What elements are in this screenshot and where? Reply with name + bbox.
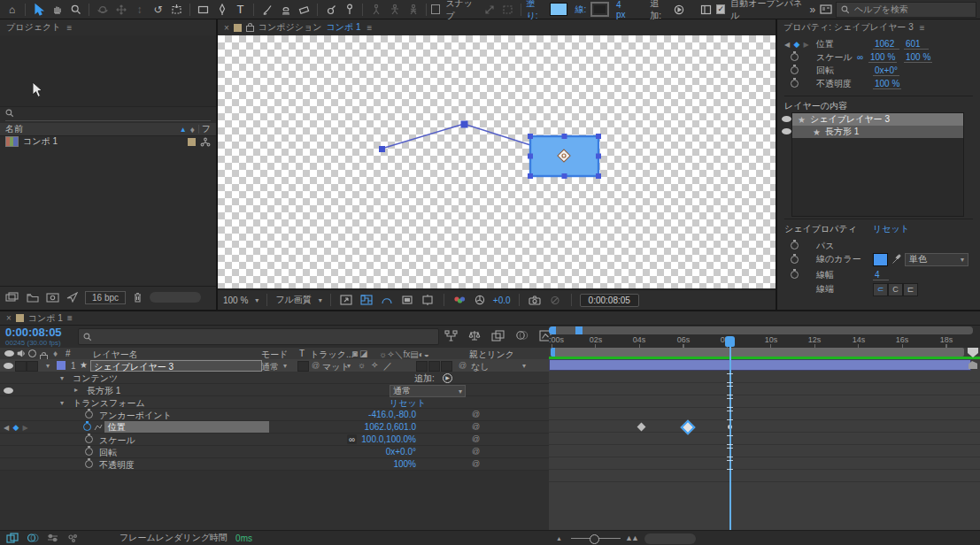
label-column-icon[interactable]: ♦ <box>190 125 195 134</box>
toolbar-overflow-icon[interactable]: » <box>809 4 815 16</box>
matte-pickwhip-icon[interactable]: @ <box>312 361 320 370</box>
keyframe-nav[interactable]: ◀ ◆ ▶ <box>784 40 810 49</box>
solo-toggle[interactable] <box>27 361 38 372</box>
group-expander[interactable]: ▾ <box>60 374 64 382</box>
expression-pickwhip-icon[interactable]: @ <box>472 447 480 456</box>
rotation-label[interactable]: 回転 <box>816 65 834 77</box>
transparency-grid-icon[interactable] <box>359 294 374 306</box>
parent-pickwhip-icon[interactable]: @ <box>459 361 467 370</box>
snap-expand-icon[interactable] <box>481 2 498 18</box>
position-y-value[interactable]: 601 <box>904 39 929 50</box>
dolly-camera-tool[interactable]: ↕ <box>131 2 148 18</box>
cap-round-button[interactable]: ⊂ <box>873 283 888 296</box>
reset-link[interactable]: リセット <box>390 397 426 410</box>
cap-projecting-button[interactable]: ⊏ <box>903 283 918 296</box>
current-time-display[interactable]: 0:00:08:05 <box>5 326 62 339</box>
panel-layout-icon[interactable] <box>698 2 714 18</box>
snap-checkbox[interactable] <box>431 4 440 14</box>
mask-visibility-icon[interactable] <box>380 294 395 306</box>
stroke-width-label[interactable]: 線幅 <box>816 269 834 281</box>
transform-group-row[interactable]: ▾ トランスフォーム リセット <box>0 396 549 409</box>
viewer-panel-menu-icon[interactable]: ≡ <box>367 23 373 33</box>
project-tab[interactable]: プロジェクト <box>6 21 60 34</box>
effect-toggle[interactable] <box>416 361 428 372</box>
collapse-transformations-icon[interactable]: ☼ <box>358 360 366 370</box>
opacity-value[interactable]: 100 % <box>873 79 901 89</box>
stroke-color-label[interactable]: 線のカラー <box>816 253 861 265</box>
audio-toggle[interactable] <box>15 361 27 372</box>
audio-column-icon[interactable] <box>17 349 26 357</box>
stroke-color-swatch[interactable] <box>873 253 888 266</box>
matte-swatch[interactable] <box>297 361 309 372</box>
hand-tool[interactable] <box>49 2 66 18</box>
stroke-color-swatch[interactable] <box>590 2 609 17</box>
graph-toggle-icon[interactable] <box>94 423 103 432</box>
frame-blending-icon[interactable] <box>491 330 505 342</box>
property-value[interactable]: 100.0,100.0% <box>292 434 416 444</box>
timeline-zoom-slider-knob[interactable] <box>590 534 599 544</box>
track-matte-t-header[interactable]: T <box>299 349 305 358</box>
expression-pickwhip-icon[interactable]: @ <box>472 410 480 418</box>
exposure-value[interactable]: +0.0 <box>493 296 511 305</box>
project-list-header[interactable]: 名前 ▲ ♦ フ <box>0 123 216 136</box>
layer-row[interactable]: ▾ 1 ★ シェイプレイヤー 3 通常 ▾ @ マット ▾ ☼ ✧ ／ @ なし… <box>0 359 549 372</box>
scale-label[interactable]: スケール <box>816 51 853 64</box>
trash-icon[interactable] <box>133 292 143 303</box>
zoom-out-mountain-icon[interactable]: ▲ <box>556 535 562 541</box>
rotation-value[interactable]: 0x+0° <box>873 65 899 76</box>
quality-icon[interactable]: ／ <box>383 360 392 372</box>
sort-arrow-icon[interactable]: ▲ <box>180 126 187 134</box>
line-cap-label[interactable]: 線端 <box>816 283 834 296</box>
eye-column-icon[interactable] <box>4 350 14 357</box>
new-folder-icon[interactable] <box>27 293 39 303</box>
composition-viewport[interactable] <box>218 35 776 288</box>
add-menu-icon[interactable] <box>671 2 688 18</box>
stopwatch-icon[interactable] <box>85 435 93 443</box>
number-column-header[interactable]: # <box>66 349 71 358</box>
motion-keyframe-2[interactable] <box>461 121 468 128</box>
brainstorm-icon[interactable] <box>66 533 79 543</box>
type-tool[interactable]: T <box>232 2 249 18</box>
help-search-box[interactable]: ヘルプを検索 <box>836 2 976 18</box>
clone-stamp-tool[interactable] <box>277 2 294 18</box>
cap-butt-button[interactable]: C <box>888 283 903 296</box>
timeline-search-field[interactable] <box>78 328 439 345</box>
opacity-label[interactable]: 不透明度 <box>816 78 852 90</box>
eye-icon[interactable] <box>4 388 13 394</box>
stopwatch-icon[interactable] <box>791 256 799 264</box>
stopwatch-icon[interactable] <box>791 80 799 88</box>
stopwatch-icon[interactable] <box>791 271 799 279</box>
property-value[interactable]: 0x+0.0° <box>292 447 416 457</box>
contents-row[interactable]: ▾ コンテンツ 追加: ▶ <box>0 372 549 384</box>
crop-region-icon[interactable] <box>421 294 436 306</box>
stopwatch-icon[interactable] <box>85 448 93 456</box>
project-panel-menu-icon[interactable]: ≡ <box>66 23 72 33</box>
property-value[interactable]: 100% <box>292 459 416 469</box>
label-column-icon[interactable]: ♦ <box>53 349 58 358</box>
snap-options-icon[interactable] <box>499 2 516 18</box>
name-column-header[interactable]: 名前 <box>5 123 23 135</box>
eye-icon[interactable] <box>4 363 13 369</box>
region-of-interest-icon[interactable] <box>400 294 415 306</box>
stopwatch-icon[interactable] <box>83 423 91 431</box>
stopwatch-icon[interactable] <box>791 53 799 61</box>
stopwatch-icon[interactable] <box>85 411 93 418</box>
solo-column-icon[interactable] <box>28 349 36 357</box>
eyedropper-icon[interactable] <box>891 254 901 265</box>
motion-blur-master-icon[interactable] <box>27 533 39 543</box>
opacity-property-row[interactable]: 不透明度 100% @ <box>0 458 549 471</box>
path-label[interactable]: パス <box>816 240 834 252</box>
scale-x-value[interactable]: 100 % <box>868 52 897 63</box>
brush-tool[interactable] <box>259 2 275 18</box>
pan-behind-anchor-tool[interactable] <box>168 2 185 18</box>
group-expander[interactable]: ▸ <box>74 386 78 394</box>
motion-blur-toggle[interactable] <box>441 361 452 372</box>
rectangle-tool[interactable] <box>195 2 212 18</box>
add-menu-icon[interactable]: ▶ <box>443 373 452 383</box>
stroke-label[interactable]: 線: <box>575 4 586 16</box>
position-label[interactable]: 位置 <box>816 38 834 50</box>
workspace-icon[interactable] <box>817 2 834 18</box>
exposure-icon[interactable] <box>473 294 488 306</box>
motion-blur-icon[interactable] <box>515 330 529 341</box>
property-value[interactable]: -416.0,-80.0 <box>292 410 416 419</box>
